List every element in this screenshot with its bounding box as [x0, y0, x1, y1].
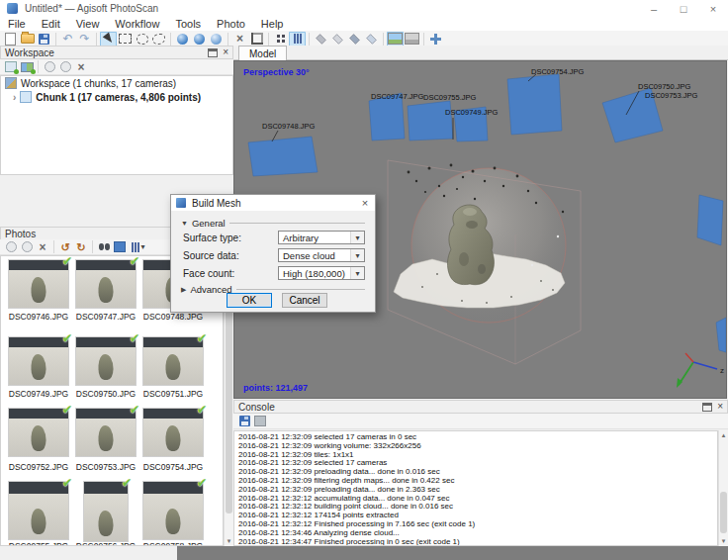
photo-thumbnail[interactable]: ✔ — [76, 337, 136, 385]
photo-thumbnail[interactable]: ✔ — [84, 482, 128, 541]
dense-cloud-view-button[interactable] — [329, 32, 346, 47]
pan-button[interactable] — [427, 32, 444, 47]
float-panel-icon[interactable] — [208, 48, 218, 57]
check-icon: ✔ — [62, 476, 72, 490]
selection-arrow-button[interactable] — [100, 32, 117, 47]
show-cameras-button[interactable] — [272, 32, 289, 47]
add-chunk-button[interactable] — [3, 60, 19, 74]
menu-tools[interactable]: Tools — [167, 18, 209, 30]
resize-region-button[interactable] — [248, 32, 265, 47]
disable-photo-button[interactable] — [19, 240, 35, 254]
menu-view[interactable]: View — [68, 18, 108, 30]
open-photo-button[interactable] — [112, 240, 128, 254]
toolbar-separator — [268, 33, 269, 46]
camera-plane[interactable] — [697, 195, 723, 245]
cancel-button[interactable]: Cancel — [282, 293, 327, 308]
check-icon: ✔ — [130, 331, 139, 345]
surface-type-select[interactable]: Arbitrary ▾ — [278, 231, 365, 244]
rotate-region-button[interactable] — [208, 32, 225, 47]
scroll-down-icon[interactable]: ▾ — [719, 536, 728, 546]
close-button[interactable]: × — [698, 0, 728, 17]
rectangle-selection-button[interactable] — [117, 32, 134, 47]
ok-button[interactable]: OK — [227, 293, 272, 308]
advanced-section-header[interactable]: ▶ Advanced — [181, 284, 365, 295]
rotate-left-button[interactable]: ↺ — [57, 240, 73, 254]
photo-thumbnail[interactable]: ✔ — [9, 337, 68, 385]
tree-item-workspace[interactable]: Workspace (1 chunks, 17 cameras) — [1, 76, 232, 90]
toolbar-separator — [170, 33, 171, 46]
scroll-down-icon[interactable]: ▾ — [225, 536, 233, 546]
freeform-selection-button[interactable] — [150, 32, 167, 47]
rotate-object-button[interactable] — [191, 32, 208, 47]
camera-plane[interactable] — [248, 137, 318, 176]
face-count-select[interactable]: High (180,000) ▾ — [278, 266, 365, 280]
close-panel-icon[interactable]: × — [717, 403, 723, 411]
tree-item-chunk[interactable]: › Chunk 1 (17 cameras, 4,806 points) — [1, 90, 232, 104]
add-photos-button[interactable] — [19, 60, 35, 74]
menu-file[interactable]: File — [0, 18, 34, 30]
scrollbar-thumb[interactable] — [720, 492, 727, 533]
float-panel-icon[interactable] — [702, 403, 712, 412]
save-log-button[interactable] — [236, 415, 252, 428]
check-icon: ✔ — [62, 331, 72, 345]
camera-plane[interactable] — [507, 74, 562, 135]
statue-highlight — [463, 208, 477, 216]
menu-help[interactable]: Help — [253, 18, 292, 30]
menu-workflow[interactable]: Workflow — [107, 18, 167, 30]
view-mode-button[interactable]: ▾ — [128, 240, 149, 254]
remove-item-button[interactable]: × — [73, 60, 89, 74]
redo-button[interactable]: ↷ — [76, 32, 93, 47]
console-log[interactable]: 2016-08-21 12:32:09 selected 17 cameras … — [233, 430, 718, 546]
new-document-button[interactable] — [2, 32, 19, 47]
photo-thumbnail[interactable]: ✔ — [9, 409, 68, 456]
undo-button[interactable]: ↶ — [59, 32, 76, 47]
photo-thumbnail[interactable]: ✔ — [143, 337, 203, 385]
photo-thumbnail[interactable]: ✔ — [9, 482, 68, 539]
dialog-close-icon[interactable]: × — [355, 197, 375, 209]
minimize-button[interactable]: – — [639, 0, 669, 17]
mesh-shaded-view-button[interactable] — [346, 32, 363, 47]
open-button[interactable] — [19, 32, 36, 47]
check-icon: ✔ — [197, 403, 207, 417]
scroll-up-icon[interactable]: ▴ — [719, 430, 728, 440]
filter-photos-button[interactable] — [96, 240, 112, 254]
close-panel-icon[interactable]: × — [223, 48, 228, 56]
delete-selection-button[interactable]: × — [231, 32, 248, 47]
photo-thumbnail[interactable]: ✔ — [143, 482, 203, 539]
ellipse-selection-button[interactable] — [134, 32, 150, 47]
console-toolbar — [233, 414, 728, 429]
photo-thumbnail[interactable]: ✔ — [76, 260, 136, 308]
binoculars-icon — [99, 243, 110, 250]
photo-thumbnail[interactable]: ✔ — [9, 260, 68, 308]
source-data-select[interactable]: Dense cloud ▾ — [278, 248, 365, 262]
camera-plane[interactable] — [408, 101, 453, 140]
mesh-wireframe-view-button[interactable] — [363, 32, 380, 47]
maximize-button[interactable]: □ — [669, 0, 698, 17]
photo-label: DSC09746.JPG — [5, 312, 72, 322]
remove-photo-button[interactable]: × — [35, 240, 50, 254]
expander-icon[interactable]: › — [13, 92, 16, 103]
tab-model[interactable]: Model — [238, 46, 287, 61]
build-mesh-dialog: Build Mesh × ▼ General Surface type: Arb… — [170, 194, 376, 313]
clear-log-button[interactable] — [252, 415, 268, 428]
general-section-header[interactable]: ▼ General — [181, 218, 365, 229]
save-icon — [239, 416, 250, 426]
console-scrollbar[interactable]: ▴ ▾ — [718, 430, 728, 546]
navigation-button[interactable] — [174, 32, 191, 47]
thumbnail-image — [32, 354, 46, 380]
show-masks-button[interactable] — [404, 32, 420, 47]
menu-photo[interactable]: Photo — [209, 18, 253, 30]
enable-item-button[interactable] — [42, 60, 57, 74]
save-button[interactable] — [36, 32, 52, 47]
show-thumbnails-button[interactable] — [289, 32, 306, 47]
camera-plane[interactable] — [716, 318, 726, 352]
rotate-right-button[interactable]: ↻ — [73, 240, 89, 254]
show-photos-button[interactable] — [387, 32, 404, 47]
enable-photo-button[interactable] — [3, 240, 19, 254]
photo-thumbnail[interactable]: ✔ — [143, 409, 203, 456]
thumbnail-image — [166, 425, 181, 451]
point-cloud-view-button[interactable] — [313, 32, 329, 47]
photo-thumbnail[interactable]: ✔ — [76, 409, 136, 456]
menu-edit[interactable]: Edit — [34, 18, 68, 30]
disable-item-button[interactable] — [57, 60, 73, 74]
